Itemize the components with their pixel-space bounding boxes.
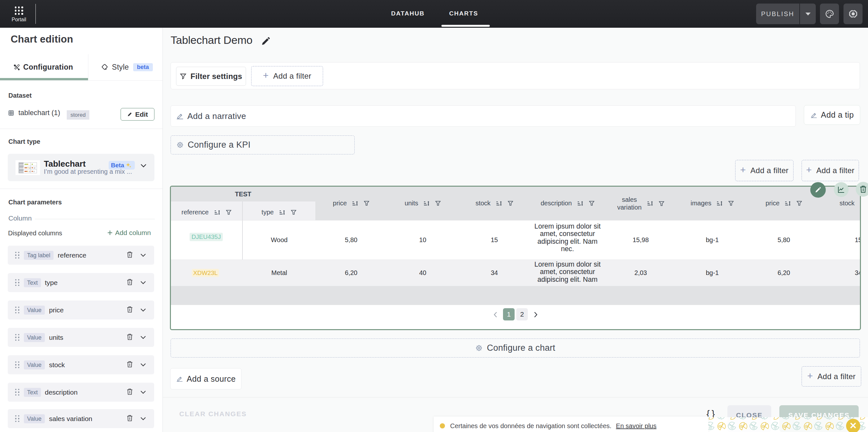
svg-text:CCC: CCC [19,171,24,173]
svg-text:AAA: AAA [19,164,24,166]
svg-text:18: 18 [29,167,31,169]
svg-text:10: 10 [34,167,35,169]
svg-text:37: 37 [29,171,31,173]
svg-text:8: 8 [34,171,34,173]
svg-text:BBB: BBB [19,167,24,169]
